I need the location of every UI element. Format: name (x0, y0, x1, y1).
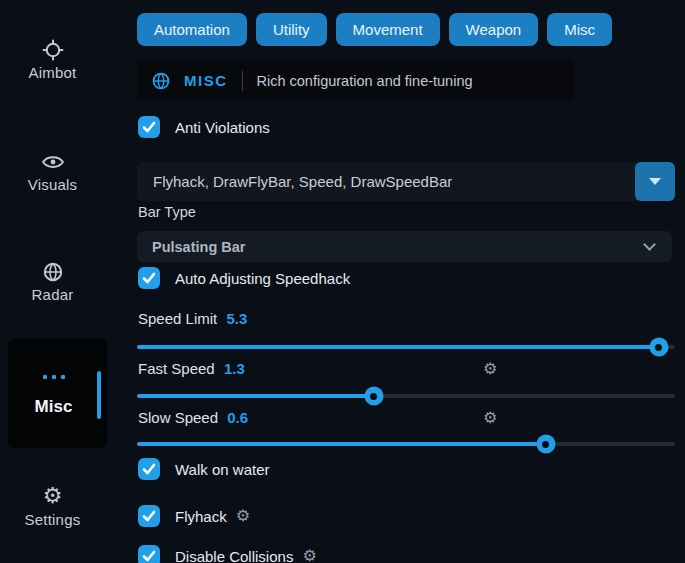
slider-track[interactable] (137, 442, 675, 446)
sidebar-item-label: Radar (32, 286, 74, 303)
slider-fill (137, 394, 374, 398)
fast-speed-label: Fast Speed 1.3 ⚙ (138, 360, 245, 382)
cheat-menu-root: { "colors": { "accent": "#219fe8", "tab_… (0, 0, 685, 563)
ellipsis-icon (8, 375, 99, 379)
gear-icon[interactable]: ⚙ (302, 548, 316, 563)
sidebar-item-radar[interactable]: Radar (0, 259, 105, 304)
checkmark-icon (142, 121, 156, 133)
walk-on-water-checkbox-row[interactable]: Walk on water (138, 458, 269, 480)
checkbox-label: Flyhack (175, 508, 227, 525)
crosshair-icon (0, 37, 105, 61)
sidebar-item-aimbot[interactable]: Aimbot (0, 37, 105, 82)
sidebar: Aimbot Visuals Radar Misc ⚙ Settings (0, 0, 130, 563)
sidebar-item-visuals[interactable]: Visuals (0, 149, 105, 194)
bar-type-label: Bar Type (138, 204, 196, 220)
slider-value: 5.3 (226, 310, 247, 327)
sidebar-item-misc[interactable]: Misc (8, 339, 107, 448)
sidebar-item-label: Visuals (28, 176, 77, 193)
gear-icon[interactable]: ⚙ (483, 361, 497, 377)
chevron-down-icon (643, 238, 656, 251)
checkbox-checked[interactable] (138, 267, 160, 289)
checkbox-label: Anti Violations (175, 119, 270, 136)
gear-icon[interactable]: ⚙ (483, 410, 497, 426)
slow-speed-label: Slow Speed 0.6 ⚙ (138, 409, 248, 431)
divider (242, 71, 243, 91)
sidebar-item-label: Aimbot (29, 64, 77, 81)
speed-limit-label: Speed Limit 5.3 (138, 310, 247, 332)
section-subtitle: Rich configuration and fine-tuning (257, 73, 473, 89)
active-indicator-bar (97, 371, 101, 419)
checkbox-checked[interactable] (138, 458, 160, 480)
slider-thumb[interactable] (649, 338, 668, 357)
checkmark-icon (142, 510, 156, 522)
slider-track[interactable] (137, 394, 675, 398)
anti-violations-checkbox-row[interactable]: Anti Violations (138, 116, 270, 138)
main-panel: Automation Utility Movement Weapon Misc … (137, 0, 675, 563)
tab-utility[interactable]: Utility (256, 13, 327, 46)
tab-movement[interactable]: Movement (336, 13, 440, 46)
section-title: MISC (184, 72, 228, 89)
checkbox-label: Disable Collisions (175, 548, 293, 563)
slider-thumb[interactable] (364, 387, 383, 406)
bar-type-select[interactable]: Pulsating Bar (137, 231, 672, 262)
bar-flags-multiselect[interactable]: Flyhack, DrawFlyBar, Speed, DrawSpeedBar (137, 162, 675, 201)
slider-thumb[interactable] (536, 435, 555, 454)
auto-adjusting-speedhack-checkbox-row[interactable]: Auto Adjusting Speedhack (138, 267, 350, 289)
checkmark-icon (142, 550, 156, 562)
slider-name: Slow Speed (138, 409, 218, 426)
slider-value: 0.6 (227, 409, 248, 426)
disable-collisions-checkbox-row[interactable]: Disable Collisions ⚙ (138, 545, 317, 563)
tab-automation[interactable]: Automation (137, 13, 247, 46)
flyhack-checkbox-row[interactable]: Flyhack ⚙ (138, 505, 250, 527)
sidebar-item-label: Misc (8, 397, 99, 417)
slider-fill (137, 345, 659, 349)
slider-name: Speed Limit (138, 310, 217, 327)
select-value: Pulsating Bar (137, 239, 245, 255)
checkbox-label: Auto Adjusting Speedhack (175, 270, 350, 287)
globe-icon (151, 71, 171, 91)
checkbox-checked[interactable] (138, 116, 160, 138)
slow-speed-slider[interactable] (137, 435, 675, 453)
section-header: MISC Rich configuration and fine-tuning (137, 60, 574, 101)
sidebar-item-label: Settings (25, 511, 81, 528)
slider-value: 1.3 (224, 360, 245, 377)
eye-icon (0, 149, 105, 173)
multiselect-value: Flyhack, DrawFlyBar, Speed, DrawSpeedBar (137, 173, 452, 190)
tab-weapon[interactable]: Weapon (449, 13, 539, 46)
triangle-down-icon (649, 178, 661, 185)
checkbox-label: Walk on water (175, 461, 269, 478)
tab-misc[interactable]: Misc (547, 13, 612, 46)
checkbox-checked[interactable] (138, 505, 160, 527)
slider-fill (137, 442, 546, 446)
checkmark-icon (142, 463, 156, 475)
checkbox-checked[interactable] (138, 545, 160, 563)
globe-icon (0, 259, 105, 283)
multiselect-open-button[interactable] (635, 162, 675, 201)
gear-icon: ⚙ (0, 484, 105, 508)
gear-icon[interactable]: ⚙ (236, 508, 250, 524)
slider-track[interactable] (137, 345, 675, 349)
fast-speed-slider[interactable] (137, 387, 675, 405)
slider-name: Fast Speed (138, 360, 215, 377)
speed-limit-slider[interactable] (137, 338, 675, 356)
category-tabs: Automation Utility Movement Weapon Misc (137, 13, 612, 46)
sidebar-item-settings[interactable]: ⚙ Settings (0, 484, 105, 529)
checkmark-icon (142, 272, 156, 284)
